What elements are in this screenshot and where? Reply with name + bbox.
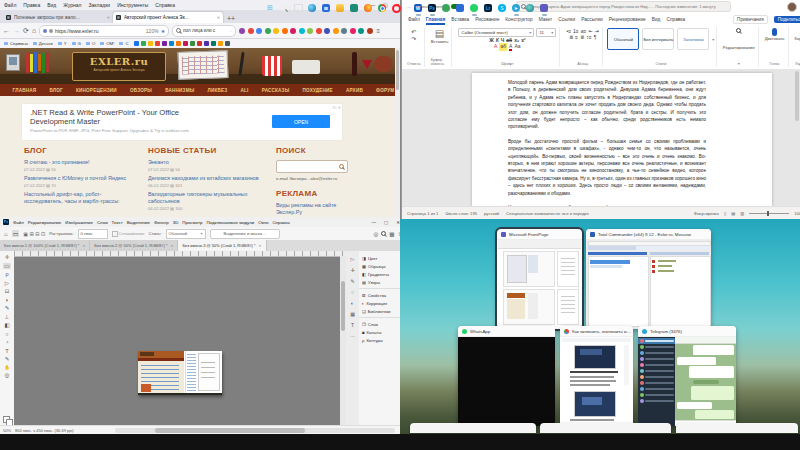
language-indicator[interactable]: русский — [484, 211, 499, 216]
extension-icon[interactable] — [341, 28, 347, 34]
web-layout-icon[interactable]: ▥ — [740, 211, 744, 216]
nav-forum[interactable]: ФОРУМ — [376, 88, 394, 93]
comments-button[interactable]: Примечания — [733, 15, 768, 24]
pilcrow-icon[interactable] — [594, 34, 597, 40]
ps-menu-edit[interactable]: Редактирование — [28, 220, 61, 225]
blue-app-icon[interactable] — [455, 3, 466, 14]
photoshop-taskbar-icon[interactable]: Ps — [427, 3, 438, 14]
print-layout-icon[interactable]: ▤ — [731, 211, 735, 216]
zoom-indicator[interactable]: 120% — [146, 28, 159, 34]
lasso-tool[interactable] — [5, 271, 8, 277]
ps-menu-help[interactable]: Справка — [272, 220, 289, 225]
panel-color[interactable]: Цвет — [359, 254, 400, 262]
extension-icon[interactable] — [290, 28, 296, 34]
bookmark-favicon[interactable] — [169, 41, 174, 46]
tab-draw[interactable]: Рисование — [475, 17, 499, 22]
nav-ali[interactable]: ALI — [241, 88, 249, 93]
bookmark-folder[interactable]: ОМ! — [100, 41, 114, 46]
color-swatches[interactable] — [3, 416, 11, 424]
taskview-window-partial[interactable] — [540, 423, 671, 433]
focus-mode-button[interactable]: Фокусировка — [694, 211, 719, 216]
nav-likbez[interactable]: ЛИКБЕЗ — [208, 88, 228, 93]
line-spacing-icon[interactable]: ↕≡ — [586, 34, 591, 40]
tab-insert[interactable]: Вставка — [451, 17, 469, 22]
word-document-area[interactable]: Молодой парень Адам возвращается перед Р… — [402, 69, 800, 206]
menu-edit[interactable]: Правка — [23, 2, 40, 8]
bookmark-star-icon[interactable] — [161, 28, 165, 34]
dictate-mic-icon[interactable] — [772, 28, 777, 36]
selection-subtract-icon[interactable]: ⊟ — [35, 231, 39, 237]
doc-tab-2[interactable]: Без имени-2 @ 50% (Слой 1, RGB/8#) * — [90, 240, 178, 251]
blog-post-link[interactable]: Я считаю - это признание! — [24, 159, 136, 166]
bookmark-favicon[interactable] — [211, 41, 216, 46]
tab-review[interactable]: Рецензирование — [609, 17, 646, 22]
taskview-window-partial[interactable] — [676, 423, 798, 433]
nav-blog[interactable]: БЛОГ — [49, 88, 62, 93]
compass-app-icon[interactable] — [525, 3, 536, 14]
zoom-tool[interactable] — [5, 372, 10, 378]
zoom-slider[interactable] — [749, 213, 789, 214]
go-arrow-icon[interactable] — [228, 28, 233, 33]
font-color-icon[interactable]: А — [509, 43, 512, 51]
read-mode-icon[interactable]: ▯ — [724, 211, 726, 216]
lightroom-icon[interactable]: Lr — [483, 3, 494, 14]
type-tool[interactable] — [5, 348, 8, 354]
eyedropper-tool[interactable] — [5, 297, 8, 303]
align-center-icon[interactable]: ≡ — [575, 34, 578, 40]
workspace-icon[interactable]: ▦ — [389, 231, 394, 237]
doc-close-icon[interactable] — [82, 244, 85, 248]
ps-menu-image[interactable]: Изображение — [65, 220, 93, 225]
paste-button[interactable]: Вставить — [431, 39, 449, 44]
menu-help[interactable]: Справка — [155, 2, 175, 8]
adchoices-icon[interactable]: ⓘ ✕ — [333, 105, 341, 110]
extension-icon[interactable] — [256, 28, 262, 34]
marquee-tool[interactable] — [3, 263, 10, 269]
zoom-level[interactable]: 100 % — [794, 211, 800, 216]
word-scrollbar-thumb[interactable] — [795, 71, 799, 121]
bookmark-favicon[interactable] — [197, 41, 202, 46]
panel-properties[interactable]: Свойства — [359, 291, 400, 299]
taskview-window-whatsapp[interactable]: WhatsApp — [458, 326, 555, 426]
frontpage-taskbar-icon[interactable] — [539, 3, 550, 14]
zoom-icon[interactable] — [381, 231, 386, 236]
nav-glavnaya[interactable]: ГЛАВНАЯ — [13, 88, 37, 93]
change-case-icon[interactable]: Аа — [514, 43, 520, 51]
panel-gradients[interactable]: Градиенты — [359, 270, 400, 278]
ps-zoom-level[interactable]: 50% — [3, 428, 11, 433]
bookmark-folder[interactable]: Деньги — [33, 41, 53, 46]
style-no-spacing[interactable]: Без интервала — [642, 28, 674, 50]
taskbar-search[interactable] — [279, 3, 290, 14]
ps-menu-3d[interactable]: 3D — [173, 220, 179, 225]
nav-kinoretsenzii[interactable]: КИНОРЕЦЕНЗИИ — [76, 88, 117, 93]
crop-tool[interactable] — [5, 288, 10, 294]
panel-libraries[interactable]: Библиотеки — [359, 307, 400, 315]
extension-icon[interactable] — [350, 28, 356, 34]
opera-icon[interactable] — [391, 3, 402, 14]
bookmark-favicon[interactable] — [155, 41, 160, 46]
extension-icon[interactable] — [367, 28, 373, 34]
panel-icon[interactable] — [351, 322, 354, 328]
browser-tab-2-active[interactable]: E Авторский проект Алекса Эк… — [113, 12, 223, 23]
extension-icon[interactable] — [265, 28, 271, 34]
bookmark-folder[interactable]: Y — [58, 41, 67, 46]
highlight-icon[interactable]: аб — [499, 43, 507, 51]
bookmark-favicon[interactable] — [183, 41, 188, 46]
nav-rasskazy[interactable]: РАССКАЗЫ — [262, 88, 290, 93]
bookmark-favicon[interactable] — [162, 41, 167, 46]
blog-post-link[interactable]: Развлечения с ЮMoney и почтой Яндекс — [24, 175, 136, 182]
article-link[interactable]: Энканто — [148, 159, 264, 166]
app-menu-icon[interactable] — [377, 28, 381, 34]
taskview-window-totalcommander[interactable]: Total Commander (x64) 9.12 - Exler.ru, M… — [586, 229, 711, 329]
ps-menu-select[interactable]: Выделение — [127, 220, 150, 225]
selection-add-icon[interactable]: ⊞ — [30, 231, 34, 237]
canvas-hscrollbar-thumb[interactable] — [155, 428, 305, 433]
extension-icon[interactable] — [273, 28, 279, 34]
extension-icon[interactable] — [239, 28, 245, 34]
editing-button[interactable]: Редактирование — [723, 45, 755, 50]
ps-menu-view[interactable]: Просмотр — [182, 220, 202, 225]
mail-icon[interactable] — [349, 3, 360, 14]
tab-close-icon[interactable] — [107, 15, 110, 20]
lock-icon[interactable] — [49, 29, 53, 33]
align-left-icon[interactable]: ≣ — [569, 34, 573, 40]
extension-icon[interactable] — [299, 28, 305, 34]
